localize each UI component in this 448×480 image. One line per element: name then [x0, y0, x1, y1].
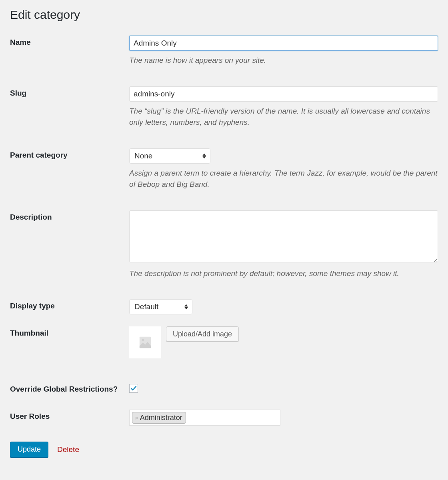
parent-category-select[interactable]: None: [129, 148, 210, 164]
delete-link[interactable]: Delete: [57, 445, 79, 454]
svg-point-1: [142, 339, 144, 342]
name-label: Name: [10, 36, 129, 47]
description-label: Description: [10, 210, 129, 222]
parent-category-value: None: [130, 149, 210, 163]
display-type-select[interactable]: Default: [129, 299, 192, 314]
field-row-display-type: Display type Default: [10, 299, 438, 314]
field-row-override-restrictions: Override Global Restrictions?: [10, 382, 438, 394]
page-title: Edit category: [10, 8, 438, 22]
parent-category-description: Assign a parent term to create a hierarc…: [129, 168, 438, 190]
checkmark-icon: [130, 385, 137, 392]
description-textarea[interactable]: [129, 210, 438, 262]
field-row-thumbnail: Thumbnail Upload/Add image: [10, 326, 438, 358]
field-row-description: Description The description is not promi…: [10, 210, 438, 280]
remove-tag-icon[interactable]: ×: [135, 415, 138, 421]
display-type-label: Display type: [10, 299, 129, 310]
field-row-parent-category: Parent category None Assign a parent ter…: [10, 148, 438, 190]
slug-label: Slug: [10, 86, 129, 98]
display-type-value: Default: [130, 300, 192, 314]
user-roles-input[interactable]: × Administrator: [129, 410, 280, 426]
chevron-updown-icon: [184, 304, 188, 310]
update-button[interactable]: Update: [10, 442, 48, 458]
slug-input[interactable]: [129, 86, 438, 102]
chevron-updown-icon: [202, 153, 206, 158]
field-row-user-roles: User Roles × Administrator: [10, 410, 438, 426]
user-role-tag[interactable]: × Administrator: [132, 412, 186, 424]
override-restrictions-checkbox[interactable]: [129, 384, 138, 393]
description-help: The description is not prominent by defa…: [129, 268, 438, 280]
parent-category-label: Parent category: [10, 148, 129, 160]
name-description: The name is how it appears on your site.: [129, 55, 438, 66]
slug-description: The “slug” is the URL-friendly version o…: [129, 106, 438, 128]
thumbnail-label: Thumbnail: [10, 326, 129, 338]
name-input[interactable]: [129, 36, 438, 51]
override-restrictions-label: Override Global Restrictions?: [10, 382, 129, 394]
upload-image-button[interactable]: Upload/Add image: [166, 326, 239, 342]
field-row-slug: Slug The “slug” is the URL-friendly vers…: [10, 86, 438, 128]
action-row: Update Delete: [10, 442, 438, 458]
thumbnail-preview: [129, 326, 161, 358]
field-row-name: Name The name is how it appears on your …: [10, 36, 438, 66]
user-roles-label: User Roles: [10, 410, 129, 421]
user-role-tag-label: Administrator: [140, 414, 182, 422]
image-placeholder-icon: [138, 336, 152, 349]
